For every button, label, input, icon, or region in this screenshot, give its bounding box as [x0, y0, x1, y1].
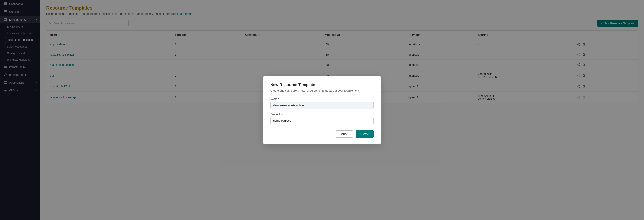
- name-label: Name *: [270, 98, 374, 100]
- modal-actions: Cancel Create: [270, 130, 374, 138]
- new-resource-template-modal: New Resource Template Create and configu…: [264, 76, 380, 144]
- name-field-group: Name *: [270, 98, 374, 109]
- main-content: Resource Templates Define resource templ…: [40, 0, 644, 220]
- name-input[interactable]: [270, 102, 374, 109]
- cancel-button[interactable]: Cancel: [335, 130, 353, 138]
- modal-title: New Resource Template: [270, 83, 374, 87]
- description-label: Description: [270, 113, 374, 116]
- modal-overlay: New Resource Template Create and configu…: [40, 0, 644, 220]
- create-button[interactable]: Create: [356, 130, 374, 138]
- modal-subtitle: Create and configure a new resource temp…: [270, 89, 374, 92]
- description-field-group: Description: [270, 113, 374, 124]
- description-input[interactable]: [270, 117, 374, 124]
